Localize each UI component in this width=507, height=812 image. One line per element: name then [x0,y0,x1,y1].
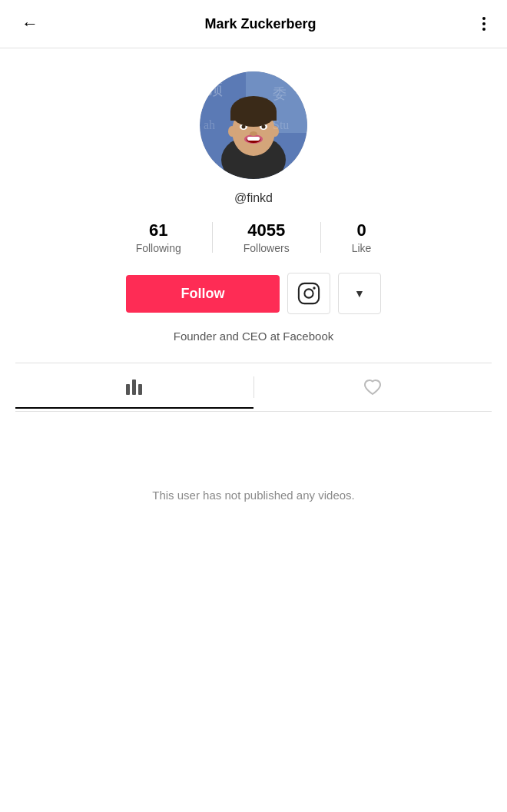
following-label: Following [136,242,181,254]
grid-bar-3 [138,384,142,395]
svg-rect-22 [299,283,319,303]
followers-count: 4055 [247,220,285,240]
svg-point-24 [313,287,315,289]
empty-state: This user has not published any videos. [0,427,507,563]
svg-text:ah: ah [204,118,215,131]
following-count: 61 [149,220,167,240]
tab-videos[interactable] [15,366,254,409]
instagram-button[interactable] [287,273,330,314]
svg-point-17 [250,131,257,136]
page-title: Mark Zuckerberg [204,16,316,32]
grid-bar-2 [132,379,136,395]
dropdown-button[interactable]: ▼ [338,273,381,314]
profile-section: 顶 委 ah Stu @finkd 61 Following 4055 Foll… [0,48,507,427]
following-stat[interactable]: 61 Following [105,220,212,254]
stats-row: 61 Following 4055 Followers 0 Like [15,220,492,254]
follow-button[interactable]: Follow [126,275,280,313]
svg-point-23 [304,289,313,297]
more-options-button[interactable] [476,14,492,34]
likes-stat[interactable]: 0 Like [321,220,403,254]
avatar: 顶 委 ah Stu [200,71,307,179]
more-dot-3 [482,28,485,31]
likes-label: Like [352,242,372,254]
action-buttons: Follow ▼ [126,273,381,314]
back-arrow-icon: ← [22,14,38,34]
svg-text:委: 委 [273,86,287,101]
svg-rect-8 [247,137,260,141]
empty-state-message: This user has not published any videos. [152,489,355,502]
bio: Founder and CEO at Facebook [174,330,333,343]
likes-count: 0 [356,220,366,240]
back-button[interactable]: ← [15,11,45,37]
svg-rect-14 [230,111,277,121]
svg-point-15 [228,126,236,137]
tab-liked[interactable] [254,363,492,411]
svg-text:Stu: Stu [273,118,289,131]
followers-label: Followers [244,242,290,254]
header: ← Mark Zuckerberg [0,0,507,48]
username: @finkd [234,191,273,205]
instagram-icon [297,282,320,305]
grid-icon [126,379,142,395]
avatar-image: 顶 委 ah Stu [200,71,307,179]
more-dot-1 [482,17,485,20]
tabs-section [15,363,492,412]
followers-stat[interactable]: 4055 Followers [213,220,320,254]
heart-icon [363,377,383,397]
more-dot-2 [482,22,485,25]
svg-text:顶: 顶 [207,81,223,98]
chevron-down-icon: ▼ [354,287,365,300]
grid-bar-1 [126,384,130,395]
